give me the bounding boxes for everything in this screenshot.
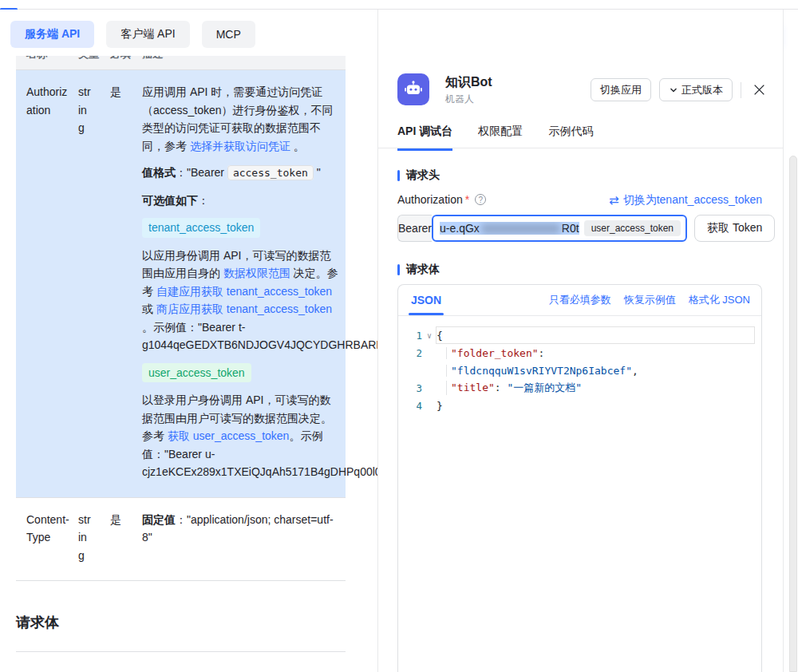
editor-line[interactable]: "fldcnqquW1svRIYVT2Np6Iabcef", <box>398 362 761 379</box>
param-required: 是 <box>110 83 131 481</box>
json-key: "folder_token" <box>451 347 539 359</box>
json-punctuation: : <box>495 381 508 393</box>
required-asterisk: * <box>465 193 469 206</box>
body-card-header: JSON 只看必填参数 恢复示例值 格式化 JSON <box>398 285 761 316</box>
json-key: "title" <box>451 381 495 393</box>
inline-code-chip: user_access_token <box>142 363 251 383</box>
tab-mcp[interactable]: MCP <box>202 21 255 48</box>
request-body-heading: 请求体 <box>16 613 346 632</box>
tabs-border <box>378 148 783 148</box>
line-number: 1 <box>398 330 422 342</box>
code-text: "fldcnqquW1svRIYVT2Np6Iabcef", <box>437 365 761 377</box>
required-only-link[interactable]: 只看必填参数 <box>549 293 611 307</box>
doc-link[interactable]: 商店应用获取 tenant_access_token <box>156 302 332 315</box>
editor-line[interactable]: 3"title": "一篇新的文档" <box>398 379 761 397</box>
editor-line[interactable]: 4} <box>398 397 761 414</box>
table-row-authorization: Authorization string 是 应用调用 API 时，需要通过访问… <box>16 70 346 498</box>
param-description: 应用调用 API 时，需要通过访问凭证（access_token）进行身份鉴权，… <box>142 83 339 481</box>
text-segment: ："Bearer <box>176 166 227 179</box>
help-icon[interactable]: ? <box>475 194 486 205</box>
get-token-button[interactable]: 获取 Token <box>694 215 775 242</box>
inline-code-chip: access_token <box>227 165 314 180</box>
col-name: 名称 <box>26 56 78 61</box>
doc-content: 名称 类型 必填 描述 Authorization string 是 应用调用 … <box>16 56 346 652</box>
json-punctuation: , <box>632 365 638 377</box>
line-number: 4 <box>398 400 422 412</box>
json-value: "fldcnqquW1svRIYVT2Np6Iabcef" <box>451 365 632 377</box>
switch-token-type-link[interactable]: ⇄ 切换为tenant_access_token <box>609 193 762 208</box>
code-text: { <box>437 330 761 342</box>
inline-code-chip: tenant_access_token <box>142 218 260 238</box>
line-number: 3 <box>398 382 422 394</box>
table-row-content-type: Content-Type string 是 固定值："application/j… <box>16 498 346 582</box>
param-type: string <box>78 83 93 481</box>
json-punctuation: { <box>437 330 443 342</box>
param-description: 固定值："application/json; charset=utf-8" <box>142 511 339 565</box>
line-number: 2 <box>398 347 422 359</box>
authorization-field-row: Authorization * ? ⇄ 切换为tenant_access_tok… <box>397 193 762 209</box>
section-divider <box>16 651 346 652</box>
token-input-group: Bearer u-e.qGx R0t user_access_token 获取 … <box>397 215 765 242</box>
token-value-selected: u-e.qGx R0t <box>440 222 579 235</box>
editor-line[interactable]: 1∨{ <box>398 326 761 344</box>
text-segment: 固定值 <box>142 513 176 526</box>
code-text: } <box>437 400 761 412</box>
robot-icon <box>403 79 424 100</box>
col-type: 类型 <box>78 56 110 61</box>
doc-link[interactable]: 数据权限范围 <box>223 267 290 279</box>
col-required: 必填 <box>110 56 142 61</box>
param-name: Content-Type <box>26 511 72 565</box>
text-segment: 可选值如下 <box>142 194 198 207</box>
redacted-token-blur <box>481 223 560 234</box>
text-segment: " <box>314 166 321 179</box>
col-desc: 描述 <box>142 56 346 61</box>
param-type: string <box>78 511 93 565</box>
restore-example-link[interactable]: 恢复示例值 <box>624 293 676 307</box>
token-type-chip: user_access_token <box>584 220 681 236</box>
section-marker <box>397 264 400 275</box>
bot-type: 机器人 <box>445 93 474 106</box>
json-punctuation: : <box>539 347 545 359</box>
doc-link[interactable]: 获取 user_access_token <box>168 429 290 442</box>
format-json-link[interactable]: 格式化 JSON <box>689 293 750 307</box>
text-segment: 。 <box>290 140 305 152</box>
chevron-down-icon <box>669 85 678 95</box>
tab-json[interactable]: JSON <box>411 285 441 315</box>
switch-app-button[interactable]: 切换应用 <box>591 78 651 101</box>
fold-chevron-icon[interactable]: ∨ <box>422 331 437 340</box>
version-select[interactable]: 正式版本 <box>659 78 733 101</box>
swap-icon: ⇄ <box>609 193 619 208</box>
request-body-section-title: 请求体 <box>397 263 440 277</box>
param-table-header: 名称 类型 必填 描述 <box>16 56 346 70</box>
page: 服务端 API 客户端 API MCP API 调试台 名称 类型 必填 描述 <box>0 0 798 672</box>
access-token-input[interactable]: u-e.qGx R0t user_access_token <box>432 215 687 242</box>
param-name: Authorization <box>26 83 72 481</box>
api-type-tabs: 服务端 API 客户端 API MCP <box>10 21 255 48</box>
bot-avatar <box>397 73 429 105</box>
panel-header: 知识Bot 机器人 切换应用 正式版本 <box>397 73 768 109</box>
text-segment: ： <box>198 194 209 207</box>
close-icon[interactable] <box>749 81 768 100</box>
code-text: "folder_token": <box>437 347 761 359</box>
param-required: 是 <box>110 511 131 565</box>
tab-client-api[interactable]: 客户端 API <box>106 21 189 48</box>
editor-line[interactable]: 2"folder_token": <box>398 344 761 362</box>
json-editor[interactable]: 1∨{2"folder_token":"fldcnqquW1svRIYVT2Np… <box>398 316 761 414</box>
json-punctuation: } <box>437 400 443 412</box>
section-marker <box>397 170 400 181</box>
doc-link[interactable]: 自建应用获取 tenant_access_token <box>156 285 332 298</box>
text-segment: 或 <box>142 302 156 315</box>
request-body-card: JSON 只看必填参数 恢复示例值 格式化 JSON 1∨{2"folder_t… <box>397 284 762 672</box>
tab-server-api[interactable]: 服务端 API <box>10 21 94 48</box>
api-debug-panel: 知识Bot 机器人 切换应用 正式版本 API 调试台 <box>377 10 784 672</box>
code-text: "title": "一篇新的文档" <box>437 381 761 395</box>
bearer-prefix: Bearer <box>397 215 432 242</box>
json-value: "一篇新的文档" <box>507 381 582 393</box>
request-header-section-title: 请求头 <box>397 168 440 183</box>
bot-name: 知识Bot <box>445 74 492 91</box>
header-divider <box>741 82 741 98</box>
text-segment: 值格式 <box>142 166 176 179</box>
page-scrollbar-thumb[interactable] <box>789 156 797 672</box>
doc-link[interactable]: 选择并获取访问凭证 <box>190 140 290 152</box>
